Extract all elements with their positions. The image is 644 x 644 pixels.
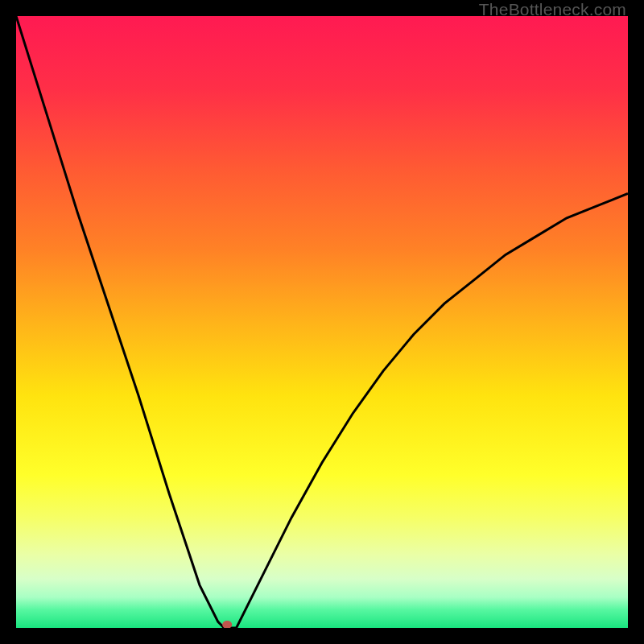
watermark-text: TheBottleneck.com xyxy=(479,0,626,19)
bottleneck-chart xyxy=(16,16,628,628)
gradient-background xyxy=(16,16,628,628)
